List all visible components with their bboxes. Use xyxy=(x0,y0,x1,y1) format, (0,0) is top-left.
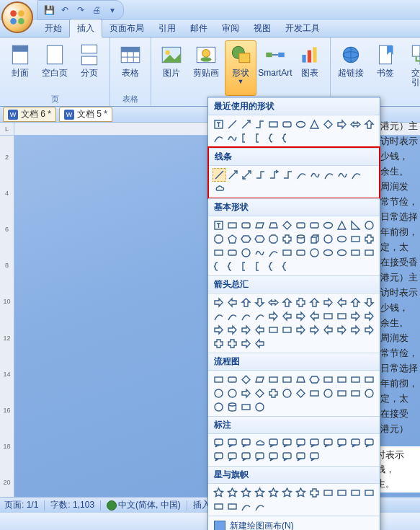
shape-free[interactable] xyxy=(253,246,267,260)
shape-rect[interactable] xyxy=(267,323,280,337)
shape-rarrow[interactable] xyxy=(212,323,225,337)
shape-rarrow[interactable] xyxy=(225,323,239,337)
office-button[interactable] xyxy=(1,1,33,33)
shape-rect[interactable] xyxy=(321,486,335,500)
shape-rrect[interactable] xyxy=(280,118,294,131)
shape-curve[interactable] xyxy=(225,309,239,323)
shape-ellipse[interactable] xyxy=(294,118,308,131)
hyperlink-button[interactable]: 超链接 xyxy=(335,40,367,96)
shape-dia[interactable] xyxy=(294,387,308,400)
shape-callout[interactable] xyxy=(239,436,253,450)
shape-bracket[interactable] xyxy=(253,260,267,273)
shape-circle[interactable] xyxy=(239,246,253,260)
redo-icon[interactable]: ↷ xyxy=(74,4,87,17)
shape-rect[interactable] xyxy=(362,373,376,387)
shape-uarrow[interactable] xyxy=(362,118,376,131)
shape-rect[interactable] xyxy=(308,387,321,400)
shape-bracket[interactable] xyxy=(239,131,253,145)
shape-callout[interactable] xyxy=(253,450,267,464)
shape-circle[interactable] xyxy=(212,387,225,400)
shape-curve[interactable] xyxy=(239,309,253,323)
shape-callout[interactable] xyxy=(239,450,253,464)
shape-star[interactable] xyxy=(212,486,225,500)
shape-line[interactable] xyxy=(213,168,226,182)
shape-arrow[interactable] xyxy=(226,168,240,182)
tab-view[interactable]: 视图 xyxy=(246,19,278,37)
shape-star[interactable] xyxy=(239,486,253,500)
shape-trap[interactable] xyxy=(294,373,308,387)
shape-callout[interactable] xyxy=(280,436,294,450)
shape-lrarrow[interactable] xyxy=(349,118,362,131)
shape-circle[interactable] xyxy=(225,387,239,400)
shape-oct[interactable] xyxy=(267,232,280,246)
shape-free[interactable] xyxy=(336,168,349,182)
status-page[interactable]: 页面: 1/1 xyxy=(4,499,38,511)
shape-darrow2[interactable] xyxy=(362,296,376,309)
shape-line[interactable] xyxy=(225,118,239,131)
shape-plus[interactable] xyxy=(362,232,376,246)
shape-callout[interactable] xyxy=(308,450,321,464)
shape-callout[interactable] xyxy=(335,436,349,450)
shape-rect[interactable] xyxy=(335,373,349,387)
shape-ellipse[interactable] xyxy=(335,232,349,246)
shape-callout[interactable] xyxy=(267,450,280,464)
shape-hex[interactable] xyxy=(239,232,253,246)
undo-icon[interactable]: ↶ xyxy=(58,4,71,17)
shape-rrect[interactable] xyxy=(225,373,239,387)
shape-callout[interactable] xyxy=(321,436,335,450)
shape-curve[interactable] xyxy=(212,131,225,145)
shape-callout[interactable] xyxy=(212,450,225,464)
shape-callout[interactable] xyxy=(362,436,376,450)
shape-bracket[interactable] xyxy=(239,260,253,273)
shape-rarrow[interactable] xyxy=(239,387,253,400)
shape-oct[interactable] xyxy=(212,232,225,246)
shape-rarrow[interactable] xyxy=(239,323,253,337)
shape-lrarrow[interactable] xyxy=(267,296,280,309)
shape-larrow[interactable] xyxy=(253,323,267,337)
shape-rect[interactable] xyxy=(280,373,294,387)
crossref-button[interactable]: 交叉 引用 xyxy=(404,40,420,96)
shape-uarrow[interactable] xyxy=(308,296,321,309)
cover-page-button[interactable]: 封面 xyxy=(4,40,36,94)
shape-tri[interactable] xyxy=(308,118,321,131)
shape-plus[interactable] xyxy=(294,296,308,309)
shape-rarrow[interactable] xyxy=(335,323,349,337)
shape-curve[interactable] xyxy=(267,246,280,260)
shape-elbow[interactable] xyxy=(253,118,267,131)
shape-rect[interactable] xyxy=(362,486,376,500)
shape-larrow[interactable] xyxy=(308,309,321,323)
shape-dia[interactable] xyxy=(253,387,267,400)
shape-rarrow[interactable] xyxy=(294,309,308,323)
shape-callout[interactable] xyxy=(308,436,321,450)
shape-plus[interactable] xyxy=(267,387,280,400)
shape-rect[interactable] xyxy=(280,246,294,260)
shape-rarrow[interactable] xyxy=(362,309,376,323)
shape-callout[interactable] xyxy=(212,436,225,450)
shape-rarrow[interactable] xyxy=(349,309,362,323)
shape-callout[interactable] xyxy=(294,436,308,450)
shape-uarrow[interactable] xyxy=(349,296,362,309)
shape-cloud[interactable] xyxy=(253,436,267,450)
shape-can[interactable] xyxy=(294,232,308,246)
shape-callout[interactable] xyxy=(280,450,294,464)
shape-tri[interactable] xyxy=(335,218,349,232)
tab-developer[interactable]: 开发工具 xyxy=(278,19,327,37)
shape-brace[interactable] xyxy=(267,260,280,273)
shape-rect[interactable] xyxy=(225,218,239,232)
shape-rarrow[interactable] xyxy=(349,323,362,337)
shape-rarrow[interactable] xyxy=(212,296,225,309)
qat-more-icon[interactable]: ▾ xyxy=(106,4,119,17)
shape-darrow[interactable] xyxy=(240,168,254,182)
shape-rect[interactable] xyxy=(225,500,239,513)
shape-rect[interactable] xyxy=(267,373,280,387)
shape-curve[interactable] xyxy=(212,309,225,323)
shape-curve[interactable] xyxy=(253,309,267,323)
shape-brace[interactable] xyxy=(267,131,280,145)
table-button[interactable]: 表格 xyxy=(115,40,146,94)
shape-uarrow[interactable] xyxy=(280,296,294,309)
shape-brace[interactable] xyxy=(280,131,294,145)
shape-free[interactable] xyxy=(308,168,322,182)
shape-ellipse[interactable] xyxy=(321,218,335,232)
shape-brace[interactable] xyxy=(212,260,225,273)
shape-rect[interactable] xyxy=(321,373,335,387)
